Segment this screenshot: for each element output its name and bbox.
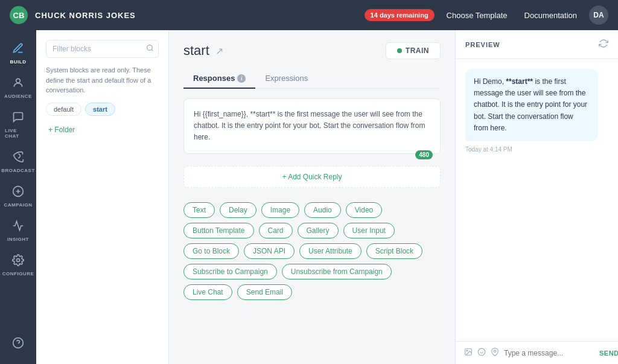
- action-chip-json-api[interactable]: JSON API: [244, 243, 295, 259]
- campaign-label: CAMPAIGN: [4, 202, 33, 208]
- train-button[interactable]: TRAIN: [386, 42, 441, 59]
- tabs-bar: Responses i Expressions: [183, 69, 441, 89]
- action-chip-text[interactable]: Text: [183, 202, 215, 218]
- build-label: BUILD: [10, 59, 27, 65]
- action-chip-go-to-block[interactable]: Go to Block: [183, 243, 239, 259]
- emoji-icon[interactable]: [477, 348, 486, 358]
- configure-label: CONFIGURE: [2, 271, 34, 276]
- tag-start[interactable]: start: [85, 103, 115, 116]
- insight-label: INSIGHT: [7, 237, 29, 242]
- documentation-link[interactable]: Documentation: [520, 8, 582, 22]
- broadcast-label: BROADCAST: [1, 168, 35, 173]
- blocks-tags: default start: [46, 103, 159, 116]
- help-icon: [12, 337, 24, 352]
- choose-template-link[interactable]: Choose Template: [442, 8, 512, 22]
- action-chip-image[interactable]: Image: [261, 202, 299, 218]
- filter-input[interactable]: [46, 40, 159, 58]
- refresh-icon[interactable]: [599, 39, 608, 50]
- svg-point-7: [478, 348, 485, 356]
- location-icon[interactable]: [491, 348, 499, 358]
- trial-badge: 14 days remaining: [365, 9, 435, 21]
- action-chip-live-chat[interactable]: Live Chat: [183, 284, 232, 300]
- main-layout: BUILD AUDIENCE LIVE CHAT BROADCAST CAMPA…: [0, 30, 618, 364]
- preview-icon-bar: [464, 348, 499, 358]
- action-chip-subscribe-to-campaign[interactable]: Subscribe to Campaign: [183, 264, 277, 279]
- message-text[interactable]: Hi {{first_name}}, **start** is the firs…: [194, 109, 430, 144]
- train-label: TRAIN: [406, 46, 429, 55]
- char-count-badge: 480: [415, 150, 433, 159]
- action-chips-section: TextDelayImageAudioVideoButton TemplateC…: [183, 202, 441, 300]
- action-chip-card[interactable]: Card: [259, 223, 293, 238]
- train-status-dot: [397, 48, 402, 53]
- blocks-panel: System blocks are read only. These defin…: [36, 30, 169, 364]
- image-attach-icon[interactable]: [464, 348, 473, 358]
- filter-wrapper: [46, 40, 159, 58]
- tab-responses-label: Responses: [193, 74, 235, 83]
- block-editor: start ↗ TRAIN Responses i Expressions: [169, 30, 455, 364]
- main-content: start ↗ TRAIN Responses i Expressions: [169, 30, 455, 364]
- tab-responses[interactable]: Responses i: [183, 69, 255, 89]
- audience-icon: [12, 77, 24, 92]
- search-icon[interactable]: [146, 44, 154, 54]
- preview-message-input[interactable]: [504, 349, 594, 357]
- block-header: start ↗ TRAIN: [183, 42, 441, 59]
- action-chip-button-template[interactable]: Button Template: [183, 223, 254, 238]
- preview-send-button[interactable]: SEND: [599, 350, 618, 357]
- app-logo: CB: [10, 6, 28, 24]
- preview-footer: SEND: [456, 341, 618, 364]
- tab-expressions-label: Expressions: [265, 74, 308, 83]
- campaign-icon: [12, 185, 24, 200]
- tab-info-icon: i: [237, 74, 246, 83]
- preview-panel: PREVIEW Hi Demo, **start** is the first …: [455, 30, 618, 364]
- top-navigation: CB CHUCK NORRIS JOKES 14 days remaining …: [0, 0, 618, 30]
- add-quick-reply-button[interactable]: + Add Quick Reply: [183, 166, 441, 188]
- app-title: CHUCK NORRIS JOKES: [35, 11, 357, 20]
- svg-point-0: [16, 78, 21, 83]
- sidebar-item-configure[interactable]: CONFIGURE: [2, 249, 34, 281]
- action-chips: TextDelayImageAudioVideoButton TemplateC…: [183, 202, 441, 300]
- live-chat-icon: [12, 111, 24, 126]
- sidebar-item-build[interactable]: BUILD: [2, 37, 34, 69]
- sidebar-item-audience[interactable]: AUDIENCE: [2, 72, 34, 104]
- configure-icon: [12, 254, 24, 269]
- sidebar: BUILD AUDIENCE LIVE CHAT BROADCAST CAMPA…: [0, 30, 36, 364]
- svg-point-6: [467, 350, 468, 351]
- action-chip-script-block[interactable]: Script Block: [366, 243, 422, 259]
- svg-point-1: [17, 259, 20, 262]
- live-chat-label: LIVE CHAT: [5, 128, 31, 139]
- preview-header: PREVIEW: [456, 30, 618, 59]
- sidebar-item-live-chat[interactable]: LIVE CHAT: [2, 106, 34, 144]
- sidebar-item-help[interactable]: [2, 332, 34, 357]
- tag-default[interactable]: default: [46, 103, 81, 116]
- svg-line-4: [151, 49, 153, 51]
- action-chip-send-email[interactable]: Send Email: [237, 284, 292, 300]
- insight-icon: [12, 220, 24, 235]
- action-chip-gallery[interactable]: Gallery: [298, 223, 339, 238]
- sidebar-item-broadcast[interactable]: BROADCAST: [2, 146, 34, 178]
- block-title: start: [183, 43, 209, 59]
- blocks-hint: System blocks are read only. These defin…: [46, 65, 159, 95]
- action-chip-delay[interactable]: Delay: [220, 202, 256, 218]
- action-chip-audio[interactable]: Audio: [304, 202, 341, 218]
- link-icon[interactable]: ↗: [215, 45, 223, 57]
- svg-point-8: [494, 350, 496, 353]
- audience-label: AUDIENCE: [4, 94, 32, 99]
- message-card: Hi {{first_name}}, **start** is the firs…: [183, 98, 441, 154]
- tab-expressions[interactable]: Expressions: [255, 69, 317, 89]
- sidebar-item-insight[interactable]: INSIGHT: [2, 215, 34, 247]
- sidebar-item-campaign[interactable]: CAMPAIGN: [2, 180, 34, 212]
- action-chip-user-attribute[interactable]: User Attribute: [299, 243, 362, 259]
- build-icon: [12, 42, 24, 57]
- user-avatar[interactable]: DA: [589, 5, 608, 25]
- action-chip-video[interactable]: Video: [346, 202, 382, 218]
- action-chip-user-input[interactable]: User Input: [343, 223, 395, 238]
- preview-bubble: Hi Demo, **start** is the first message …: [465, 69, 598, 141]
- preview-title: PREVIEW: [465, 41, 500, 48]
- broadcast-icon: [12, 151, 24, 166]
- svg-point-3: [147, 45, 153, 51]
- add-folder-button[interactable]: + Folder: [46, 123, 159, 136]
- preview-time: Today at 4:14 PM: [465, 146, 608, 153]
- preview-body: Hi Demo, **start** is the first message …: [456, 59, 618, 341]
- action-chip-unsubscribe-from-campaign[interactable]: Unsubscribe from Campaign: [282, 264, 392, 279]
